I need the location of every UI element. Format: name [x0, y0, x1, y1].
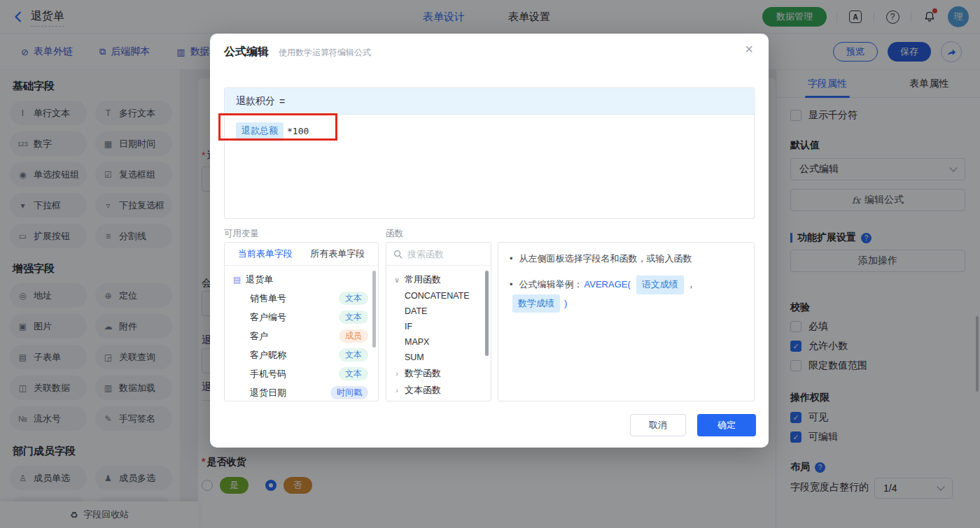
tree-root-form[interactable]: ▤ 退货单 — [225, 271, 378, 289]
variable-row[interactable]: 客户编号 文本 — [225, 308, 378, 327]
equals-sign: = — [279, 96, 285, 107]
caret-right-icon: › — [393, 386, 400, 394]
tab-current-form-fields[interactable]: 当前表单字段 — [238, 248, 293, 260]
function-item[interactable]: MAPX — [386, 334, 491, 350]
functions-label: 函数 — [386, 228, 403, 240]
function-item[interactable]: IF — [386, 319, 491, 334]
variable-row[interactable]: 退货日期 时间戳 — [225, 383, 378, 401]
function-group-text[interactable]: › 文本函数 — [386, 382, 491, 399]
formula-target-bar: 退款积分 = — [225, 88, 754, 115]
formula-expression[interactable]: 退款总额 *100 — [225, 115, 754, 147]
help-panel: 从左侧面板选择字段名和函数，或输入函数 公式编辑举例：AVERAGE(语文成绩，… — [498, 242, 755, 401]
variables-tree: ▤ 退货单 销售单号 文本 客户编号 文本 客户 成员 客户昵称 文本 — [225, 266, 378, 401]
function-item[interactable]: SUM — [386, 350, 491, 365]
type-badge: 文本 — [339, 367, 368, 380]
variables-tabs: 当前表单字段 所有表单字段 — [225, 243, 378, 266]
formula-operator-text: *100 — [287, 126, 309, 136]
example-chip: 语文成绩 — [636, 276, 684, 294]
variable-row[interactable]: 客户 成员 — [225, 327, 378, 345]
variables-label: 可用变量 — [224, 228, 259, 240]
type-badge: 成员 — [339, 329, 368, 343]
type-badge: 文本 — [339, 348, 368, 362]
modal-title: 公式编辑 — [224, 45, 269, 59]
search-icon — [393, 250, 402, 259]
type-badge: 时间戳 — [330, 386, 368, 399]
formula-edit-modal: 公式编辑 使用数学运算符编辑公式 × 退款积分 = 退款总额 *100 可用变量… — [210, 34, 769, 448]
caret-down-icon: ∨ — [393, 276, 400, 285]
modal-header: 公式编辑 使用数学运算符编辑公式 — [224, 45, 371, 59]
variable-row[interactable]: 销售单号 文本 — [225, 289, 378, 308]
function-group-common[interactable]: ∨ 常用函数 — [386, 271, 491, 288]
caret-right-icon: › — [393, 369, 400, 378]
functions-panel: ∨ 常用函数 CONCATENATE DATE IF MAPX SUM › 数学… — [386, 242, 491, 401]
functions-scrollbar[interactable] — [485, 271, 489, 356]
variable-row[interactable]: 客户昵称 文本 — [225, 345, 378, 364]
field-chip[interactable]: 退款总额 — [236, 122, 284, 139]
function-tree: ∨ 常用函数 CONCATENATE DATE IF MAPX SUM › 数学… — [386, 266, 491, 399]
close-icon[interactable]: × — [745, 42, 753, 56]
function-item[interactable]: DATE — [386, 304, 491, 319]
formula-target: 退款积分 — [236, 95, 275, 108]
modal-subtitle: 使用数学运算符编辑公式 — [279, 47, 371, 59]
function-item[interactable]: CONCATENATE — [386, 288, 491, 304]
variable-row[interactable]: 手机号码 文本 — [225, 364, 378, 383]
cancel-button[interactable]: 取消 — [630, 414, 686, 436]
form-doc-icon: ▤ — [233, 275, 241, 285]
function-search-input[interactable] — [407, 249, 477, 259]
help-tip: 从左侧面板选择字段名和函数，或输入函数 — [510, 252, 743, 266]
modal-footer: 取消 确定 — [630, 414, 756, 436]
variables-scrollbar[interactable] — [372, 271, 376, 348]
confirm-button[interactable]: 确定 — [697, 414, 756, 436]
tab-all-form-fields[interactable]: 所有表单字段 — [310, 248, 365, 260]
formula-editor[interactable]: 退款积分 = 退款总额 *100 — [224, 87, 755, 219]
function-search — [386, 243, 491, 266]
variables-panel: 当前表单字段 所有表单字段 ▤ 退货单 销售单号 文本 客户编号 文本 客户 — [224, 242, 379, 401]
app-root: 退货单 表单设计 表单设置 数据管理 A ? 理 — [0, 0, 980, 528]
function-group-math[interactable]: › 数学函数 — [386, 365, 491, 382]
type-badge: 文本 — [339, 292, 368, 305]
help-tip-example: 公式编辑举例：AVERAGE(语文成绩，数学成绩) — [510, 276, 743, 313]
example-chip: 数学成绩 — [512, 294, 560, 313]
type-badge: 文本 — [339, 311, 368, 324]
